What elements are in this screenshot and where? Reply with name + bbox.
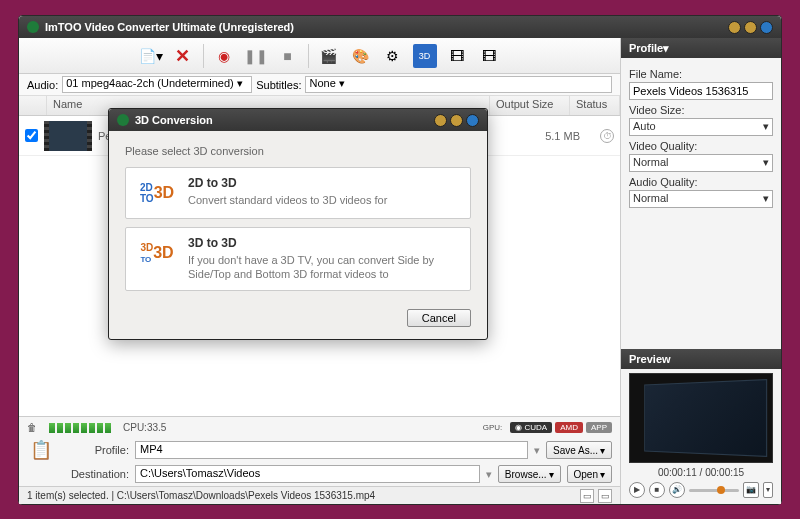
col-output-size[interactable]: Output Size xyxy=(490,96,570,115)
row-size: 5.1 MB xyxy=(540,130,600,142)
settings-button[interactable]: ⚙ xyxy=(381,44,405,68)
snapshot-menu-button[interactable]: ▾ xyxy=(763,482,773,498)
play-button[interactable]: ▶ xyxy=(629,482,645,498)
dialog-title: 3D Conversion xyxy=(135,114,434,126)
option-2d-to-3d[interactable]: 2DTO3D 2D to 3D Convert standard videos … xyxy=(125,167,471,219)
app-logo-icon xyxy=(27,21,39,33)
profile-row: 📋 Profile: MP4 ▾ Save As... ▾ xyxy=(19,438,620,462)
preview-panel-header[interactable]: Preview xyxy=(621,349,781,369)
app-badge: APP xyxy=(586,422,612,433)
profile-icon: 📋 xyxy=(27,438,55,462)
preview-time: 00:00:11 / 00:00:15 xyxy=(621,467,781,478)
opt2-desc: If you don't have a 3D TV, you can conve… xyxy=(188,253,460,282)
volume-slider[interactable] xyxy=(689,489,739,492)
profile-select[interactable]: MP4 xyxy=(135,441,528,459)
profile-label: Profile: xyxy=(61,444,129,456)
sb-icon-2[interactable]: ▭ xyxy=(598,489,612,503)
effects-button[interactable]: 🎨 xyxy=(349,44,373,68)
vq-select[interactable]: Normal▾ xyxy=(629,154,773,172)
main-titlebar[interactable]: ImTOO Video Converter Ultimate (Unregist… xyxy=(19,16,781,38)
window-title: ImTOO Video Converter Ultimate (Unregist… xyxy=(45,21,728,33)
amd-badge: AMD xyxy=(555,422,583,433)
cancel-button[interactable]: Cancel xyxy=(407,309,471,327)
stop-preview-button[interactable]: ■ xyxy=(649,482,665,498)
preview-panel: 00:00:11 / 00:00:15 ▶ ■ 🔊 📷 ▾ xyxy=(621,369,781,504)
status-text: 1 item(s) selected. | C:\Users\Tomasz\Do… xyxy=(27,490,375,501)
gpu-label: GPU: xyxy=(478,422,508,433)
opt1-desc: Convert standard videos to 3D videos for xyxy=(188,193,460,207)
subtitles-select[interactable]: None ▾ xyxy=(305,76,612,93)
save-as-button[interactable]: Save As... ▾ xyxy=(546,441,612,459)
aq-select[interactable]: Normal▾ xyxy=(629,190,773,208)
videosize-label: Video Size: xyxy=(629,104,773,116)
cuda-badge: ◉ CUDA xyxy=(510,422,552,433)
option-3d-to-3d[interactable]: 3DTO3D 3D to 3D If you don't have a 3D T… xyxy=(125,227,471,291)
cpu-gpu-bar: 🗑 CPU:33.5 GPU: ◉ CUDA AMD APP xyxy=(19,416,620,438)
clip-button[interactable]: 🎬 xyxy=(317,44,341,68)
destination-input[interactable]: C:\Users\Tomasz\Videos xyxy=(135,465,480,483)
split-button[interactable]: 🎞 xyxy=(477,44,501,68)
vq-label: Video Quality: xyxy=(629,140,773,152)
filename-label: File Name: xyxy=(629,68,773,80)
videosize-select[interactable]: Auto▾ xyxy=(629,118,773,136)
3d-to-3d-icon: 3DTO3D xyxy=(136,236,178,270)
close-button[interactable] xyxy=(760,21,773,34)
sb-icon-1[interactable]: ▭ xyxy=(580,489,594,503)
destination-row: Destination: C:\Users\Tomasz\Videos ▾ Br… xyxy=(19,462,620,486)
3d-conversion-dialog: 3D Conversion Please select 3D conversio… xyxy=(108,108,488,340)
open-button[interactable]: Open ▾ xyxy=(567,465,612,483)
main-toolbar: 📄▾ ✕ ◉ ❚❚ ■ 🎬 🎨 ⚙ 3D 🎞 🎞 xyxy=(19,38,620,74)
opt1-title: 2D to 3D xyxy=(188,176,460,190)
profile-panel-header[interactable]: Profile▾ xyxy=(621,38,781,58)
remove-button[interactable]: ✕ xyxy=(171,44,195,68)
trash-icon[interactable]: 🗑 xyxy=(27,422,37,433)
audio-label: Audio: xyxy=(27,79,58,91)
minimize-button[interactable] xyxy=(728,21,741,34)
profile-panel: File Name: Video Size: Auto▾ Video Quali… xyxy=(621,58,781,214)
audio-subtitle-row: Audio: 01 mpeg4aac-2ch (Undetermined) ▾ … xyxy=(19,74,620,96)
cpu-label: CPU:33.5 xyxy=(123,422,166,433)
dialog-logo-icon xyxy=(117,114,129,126)
pause-button[interactable]: ❚❚ xyxy=(244,44,268,68)
mute-button[interactable]: 🔊 xyxy=(669,482,685,498)
audio-select[interactable]: 01 mpeg4aac-2ch (Undetermined) ▾ xyxy=(62,76,252,93)
dialog-minimize-button[interactable] xyxy=(434,114,447,127)
dialog-prompt: Please select 3D conversion xyxy=(125,145,471,157)
snapshot-button[interactable]: 📷 xyxy=(743,482,759,498)
browse-button[interactable]: Browse... ▾ xyxy=(498,465,561,483)
aq-label: Audio Quality: xyxy=(629,176,773,188)
2d-to-3d-icon: 2DTO3D xyxy=(136,176,178,210)
filename-field[interactable] xyxy=(629,82,773,100)
row-checkbox[interactable] xyxy=(25,129,38,142)
video-thumbnail xyxy=(44,121,92,151)
destination-label: Destination: xyxy=(61,468,129,480)
dialog-maximize-button[interactable] xyxy=(450,114,463,127)
preview-canvas[interactable] xyxy=(629,373,773,463)
convert-button[interactable]: ◉ xyxy=(212,44,236,68)
cpu-meters xyxy=(49,423,111,433)
maximize-button[interactable] xyxy=(744,21,757,34)
opt2-title: 3D to 3D xyxy=(188,236,460,250)
subtitles-label: Subtitles: xyxy=(256,79,301,91)
col-status[interactable]: Status xyxy=(570,96,620,115)
statusbar: 1 item(s) selected. | C:\Users\Tomasz\Do… xyxy=(19,486,620,504)
dialog-close-button[interactable] xyxy=(466,114,479,127)
dialog-titlebar[interactable]: 3D Conversion xyxy=(109,109,487,131)
merge-button[interactable]: 🎞 xyxy=(445,44,469,68)
add-file-button[interactable]: 📄▾ xyxy=(139,44,163,68)
stop-button[interactable]: ■ xyxy=(276,44,300,68)
3d-button[interactable]: 3D xyxy=(413,44,437,68)
row-status-icon: ⏱ xyxy=(600,129,614,143)
